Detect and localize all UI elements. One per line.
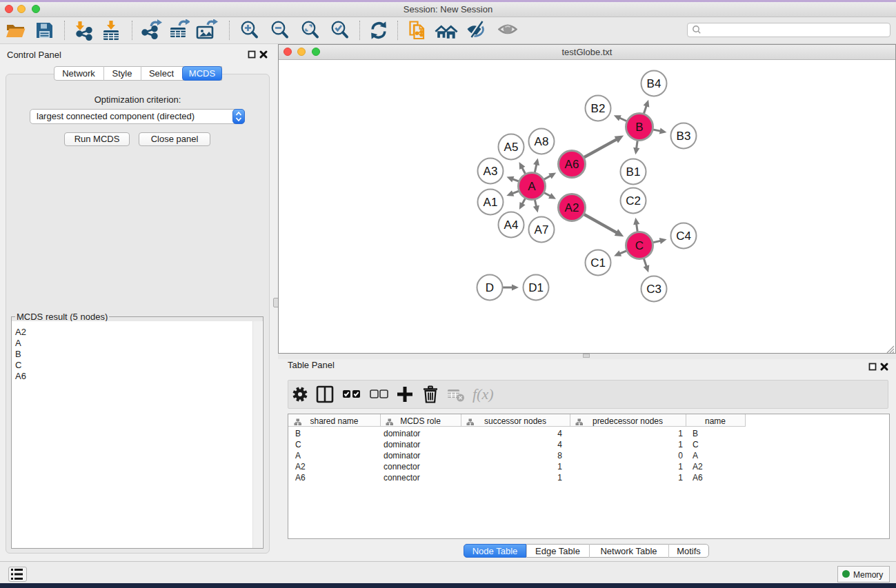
svg-text:B2: B2 [591,102,606,115]
svg-text:A3: A3 [484,165,498,178]
svg-text:A1: A1 [484,196,498,209]
svg-text:B: B [635,121,643,134]
svg-text:C1: C1 [590,256,606,270]
svg-text:A5: A5 [504,141,519,154]
svg-text:A8: A8 [535,135,549,148]
svg-text:B4: B4 [647,77,661,90]
svg-text:A2: A2 [565,201,579,214]
svg-text:B3: B3 [677,130,691,143]
svg-text:C4: C4 [676,230,691,243]
svg-text:A4: A4 [504,219,519,232]
svg-text:B1: B1 [626,165,641,179]
svg-text:A: A [528,180,536,193]
svg-text:C: C [635,239,644,252]
svg-text:C2: C2 [626,194,641,207]
svg-text:A7: A7 [535,223,549,236]
svg-text:C3: C3 [646,283,661,296]
svg-text:D: D [486,281,494,294]
svg-text:D1: D1 [528,281,544,294]
svg-text:A6: A6 [565,158,579,171]
